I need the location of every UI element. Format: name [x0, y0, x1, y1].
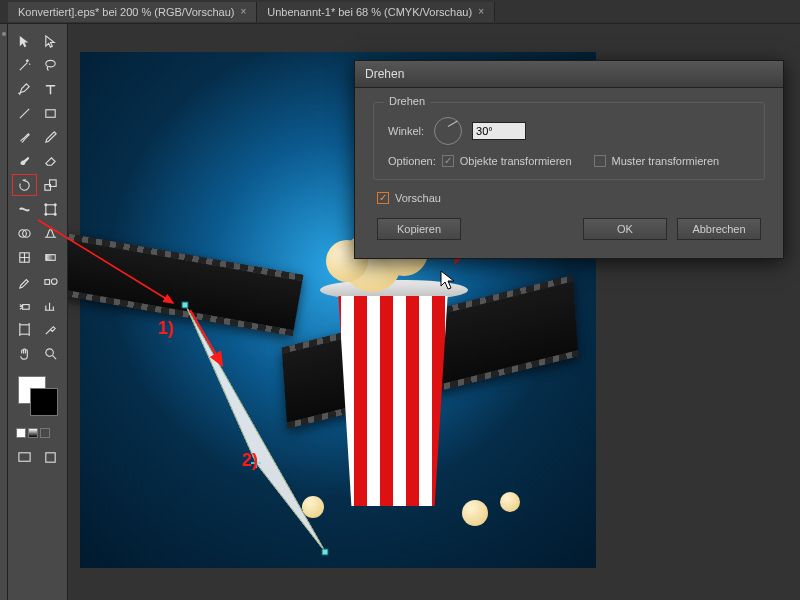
svg-point-7	[45, 213, 47, 215]
cancel-button-label: Abbrechen	[692, 223, 745, 235]
svg-rect-4	[46, 204, 55, 213]
blob-brush-tool[interactable]	[12, 150, 37, 172]
dialog-title: Drehen	[355, 61, 783, 88]
svg-rect-18	[19, 452, 30, 460]
svg-rect-16	[20, 324, 29, 333]
close-icon[interactable]: ×	[240, 6, 246, 17]
angle-input[interactable]	[472, 122, 526, 140]
tab-document-1[interactable]: Konvertiert].eps* bei 200 % (RGB/Vorscha…	[8, 2, 257, 22]
tools-panel	[8, 24, 68, 600]
ok-button[interactable]: OK	[583, 218, 667, 240]
svg-point-8	[55, 213, 57, 215]
svg-point-17	[46, 348, 54, 356]
pen-tool[interactable]	[12, 78, 37, 100]
rotate-dialog: Drehen Drehen Winkel: Optionen: Objekte …	[354, 60, 784, 259]
close-icon[interactable]: ×	[478, 6, 484, 17]
preview-label: Vorschau	[395, 192, 441, 204]
ok-button-label: OK	[617, 223, 633, 235]
annotation-2: 2)	[242, 450, 258, 471]
screen-mode-icon[interactable]	[12, 446, 37, 468]
angle-label: Winkel:	[388, 125, 424, 137]
pencil-tool[interactable]	[39, 126, 64, 148]
lasso-tool[interactable]	[39, 54, 64, 76]
angle-dial[interactable]	[434, 117, 462, 145]
fill-stroke-swatches[interactable]	[12, 376, 63, 420]
scale-tool[interactable]	[39, 174, 63, 196]
blend-tool[interactable]	[39, 270, 64, 292]
tab-label: Konvertiert].eps* bei 200 % (RGB/Vorscha…	[18, 6, 234, 18]
none-mode-icon[interactable]	[40, 428, 50, 438]
stroke-swatch[interactable]	[30, 388, 58, 416]
line-tool[interactable]	[12, 102, 37, 124]
magic-wand-tool[interactable]	[12, 54, 37, 76]
svg-point-0	[46, 60, 55, 67]
rectangle-tool[interactable]	[39, 102, 64, 124]
document-tabs: Konvertiert].eps* bei 200 % (RGB/Vorscha…	[0, 0, 800, 24]
svg-point-5	[45, 203, 47, 205]
mesh-tool[interactable]	[12, 246, 37, 268]
rotate-tool[interactable]	[12, 174, 37, 196]
column-graph-tool[interactable]	[39, 294, 64, 316]
hand-tool[interactable]	[12, 342, 37, 364]
svg-point-6	[55, 203, 57, 205]
svg-rect-23	[322, 549, 328, 555]
tab-document-2[interactable]: Unbenannt-1* bei 68 % (CMYK/Vorschau) ×	[257, 2, 495, 22]
slice-tool[interactable]	[39, 318, 64, 340]
popcorn-art	[500, 492, 520, 512]
width-tool[interactable]	[12, 198, 37, 220]
direct-selection-tool[interactable]	[39, 30, 64, 52]
eyedropper-tool[interactable]	[12, 270, 37, 292]
symbol-sprayer-tool[interactable]	[12, 294, 37, 316]
draw-mode-icon[interactable]	[39, 446, 64, 468]
popcorn-art	[462, 500, 488, 526]
gradient-tool[interactable]	[39, 246, 64, 268]
checkbox-transform-objects[interactable]	[442, 155, 454, 167]
fieldset-label: Drehen	[384, 95, 430, 107]
paintbrush-tool[interactable]	[12, 126, 37, 148]
svg-rect-13	[45, 279, 50, 284]
zoom-tool[interactable]	[39, 342, 64, 364]
checkbox-preview[interactable]	[377, 192, 389, 204]
selection-tool[interactable]	[12, 30, 37, 52]
svg-point-14	[52, 278, 58, 284]
free-transform-tool[interactable]	[39, 198, 64, 220]
svg-rect-15	[22, 304, 29, 309]
annotation-1: 1)	[158, 318, 174, 339]
color-mode-icon[interactable]	[16, 428, 26, 438]
svg-rect-22	[182, 302, 188, 308]
opt-transform-objects-label: Objekte transformieren	[460, 155, 572, 167]
gradient-mode-icon[interactable]	[28, 428, 38, 438]
opt-transform-patterns-label: Muster transformieren	[612, 155, 720, 167]
svg-rect-19	[46, 452, 55, 461]
tab-label: Unbenannt-1* bei 68 % (CMYK/Vorschau)	[267, 6, 472, 18]
copy-button-label: Kopieren	[397, 223, 441, 235]
eraser-tool[interactable]	[39, 150, 64, 172]
perspective-grid-tool[interactable]	[39, 222, 64, 244]
type-tool[interactable]	[39, 78, 64, 100]
checkbox-transform-patterns[interactable]	[594, 155, 606, 167]
cancel-button[interactable]: Abbrechen	[677, 218, 761, 240]
panel-edge	[0, 24, 8, 600]
rotate-fieldset: Drehen Winkel: Optionen: Objekte transfo…	[373, 102, 765, 180]
svg-rect-12	[46, 254, 55, 260]
color-mode-row	[12, 428, 63, 438]
shape-builder-tool[interactable]	[12, 222, 37, 244]
artboard-tool[interactable]	[12, 318, 37, 340]
copy-button[interactable]: Kopieren	[377, 218, 461, 240]
selected-triangle-path[interactable]	[176, 298, 376, 580]
svg-rect-1	[46, 109, 55, 117]
options-label: Optionen:	[388, 155, 436, 167]
